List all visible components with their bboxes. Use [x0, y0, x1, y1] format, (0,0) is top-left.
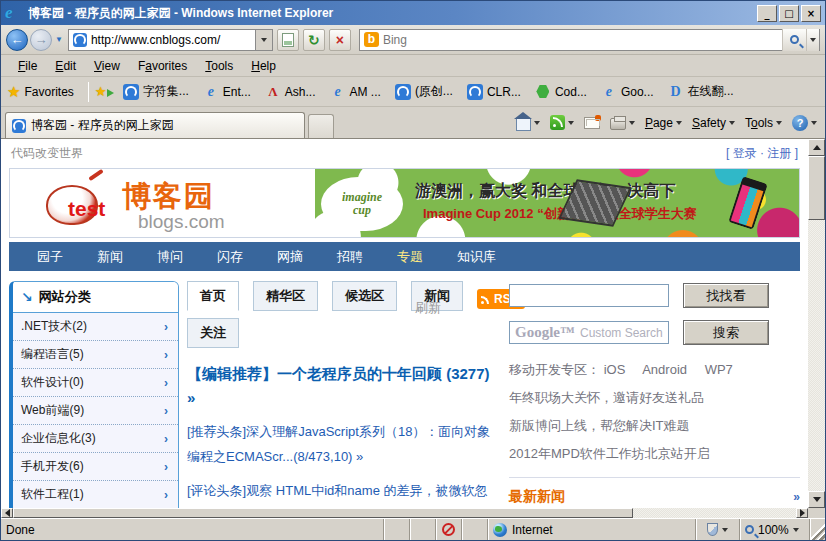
favorite-item[interactable]: eAM ... [330, 84, 381, 100]
find-button[interactable]: 找找看 [683, 283, 769, 308]
favorite-item[interactable]: (原创... [395, 83, 453, 100]
google-search-input[interactable]: Google™ Custom Search [509, 321, 669, 344]
link-ios[interactable]: iOS [604, 362, 626, 377]
protected-mode-pane[interactable] [696, 519, 740, 540]
maximize-button[interactable]: □ [779, 5, 799, 22]
history-dropdown-icon[interactable]: ▼ [55, 35, 63, 44]
scroll-left-button[interactable] [1, 508, 13, 518]
status-pane [410, 519, 436, 540]
read-mail-button[interactable] [580, 114, 604, 132]
category-mobile[interactable]: 手机开发(6)› [13, 453, 178, 481]
tab-candidate[interactable]: 候选区 [332, 281, 397, 311]
horizontal-scrollbar[interactable] [1, 508, 808, 518]
vertical-scrollbar[interactable] [808, 139, 825, 508]
zoom-pane[interactable]: 100% [740, 519, 810, 540]
nav-zhishiku[interactable]: 知识库 [457, 248, 496, 266]
add-to-favorites-bar-icon[interactable]: ★ [95, 84, 113, 100]
favorite-item[interactable]: CLR... [467, 84, 521, 100]
minimize-button[interactable]: _ [757, 5, 777, 22]
tab-bar: 博客园 - 程序员的网上家园 Page Safety Tools ? [1, 107, 825, 138]
nav-news[interactable]: 新闻 [97, 248, 123, 266]
back-button[interactable]: ← [6, 29, 28, 51]
category-engineering[interactable]: 软件工程(1)› [13, 481, 178, 508]
refresh-link[interactable]: 刷新 [415, 299, 441, 317]
menu-favorites[interactable]: Favorites [129, 57, 196, 75]
nav-zhaopin[interactable]: 招聘 [337, 248, 363, 266]
nav-shancun[interactable]: 闪存 [217, 248, 243, 266]
close-button[interactable]: × [801, 5, 821, 22]
bing-logo-icon: b [364, 32, 379, 47]
category-languages[interactable]: 编程语言(5)› [13, 341, 178, 369]
stop-button[interactable]: × [329, 29, 351, 51]
print-button[interactable] [606, 113, 639, 133]
favorites-button[interactable]: Favorites [24, 85, 73, 99]
compatibility-view-button[interactable] [277, 29, 299, 51]
site-search-input[interactable] [509, 284, 669, 307]
notice-link[interactable]: 新版博问上线，帮您解决IT难题 [509, 417, 800, 435]
nav-wangzhai[interactable]: 网摘 [277, 248, 303, 266]
google-search-button[interactable]: 搜索 [683, 320, 769, 345]
more-link[interactable]: » [793, 490, 800, 504]
internet-globe-icon [493, 523, 507, 537]
new-tab-button[interactable] [308, 114, 334, 138]
home-button[interactable] [512, 112, 544, 134]
feeds-button[interactable] [546, 112, 578, 133]
favorite-item[interactable]: eEnt... [203, 84, 251, 100]
search-box[interactable]: b Bing [359, 29, 820, 51]
vertical-scroll-thumb[interactable] [808, 156, 825, 220]
horizontal-scroll-thumb[interactable] [13, 508, 633, 518]
tab-home[interactable]: 首页 [187, 281, 239, 311]
tab-picked[interactable]: 精华区 [253, 281, 318, 311]
menu-edit[interactable]: Edit [46, 57, 85, 75]
favorite-item[interactable]: eGoo... [601, 84, 654, 100]
favorite-item[interactable]: Cod... [535, 84, 587, 100]
menu-help[interactable]: Help [242, 57, 285, 75]
scroll-right-button[interactable] [796, 508, 808, 518]
menu-tools[interactable]: Tools [196, 57, 242, 75]
favorite-item[interactable]: D在线翻... [668, 83, 734, 100]
scroll-down-button[interactable] [808, 491, 825, 508]
collapse-arrow-icon[interactable]: ↘ [21, 289, 33, 305]
refresh-button[interactable]: ↻ [303, 29, 325, 51]
featured-headline[interactable]: 【编辑推荐】一个老程序员的十年回顾 (3277) » [187, 362, 495, 410]
address-bar[interactable] [68, 29, 273, 51]
google-logo: Google™ [510, 324, 575, 341]
nav-bowen[interactable]: 博问 [157, 248, 183, 266]
site-logo[interactable]: test 博客园 blogs.com [10, 169, 315, 237]
favorite-item[interactable]: ΛAsh... [265, 84, 316, 100]
login-register-link[interactable]: [ 登录 · 注册 ] [726, 145, 798, 162]
url-input[interactable] [91, 31, 255, 49]
search-provider-dropdown[interactable] [806, 29, 819, 51]
notice-link[interactable]: 2012年MPD软件工作坊北京站开启 [509, 445, 800, 463]
imagine-cup-logo: imaginecup [321, 177, 403, 231]
help-icon: ? [792, 115, 808, 131]
article-link[interactable]: [推荐头条]深入理解JavaScript系列（18）：面向对象编程之ECMASc… [187, 419, 495, 469]
nav-zhuanti[interactable]: 专题 [397, 248, 423, 266]
scroll-up-button[interactable] [808, 139, 825, 156]
menu-view[interactable]: View [85, 57, 129, 75]
tab-follow[interactable]: 关注 [187, 318, 239, 348]
search-go-button[interactable] [782, 29, 806, 51]
help-button[interactable]: ? [788, 112, 821, 134]
mobile-zone-label: 移动开发专区： [509, 362, 600, 377]
resize-grip[interactable] [810, 519, 825, 540]
category-dotnet[interactable]: .NET技术(2)› [13, 313, 178, 341]
category-design[interactable]: 软件设计(0)› [13, 369, 178, 397]
category-web[interactable]: Web前端(9)› [13, 397, 178, 425]
address-dropdown-button[interactable] [255, 30, 272, 50]
link-wp7[interactable]: WP7 [705, 362, 733, 377]
page-menu-button[interactable]: Page [641, 113, 686, 133]
link-android[interactable]: Android [642, 362, 687, 377]
tab-cnblogs[interactable]: 博客园 - 程序员的网上家园 [5, 112, 305, 138]
safety-menu-button[interactable]: Safety [688, 113, 739, 133]
forward-button[interactable]: → [30, 29, 52, 51]
menu-file[interactable]: File [9, 57, 46, 75]
category-enterprise[interactable]: 企业信息化(3)› [13, 425, 178, 453]
imagine-cup-ad[interactable]: imaginecup 游澳洲，赢大奖 和全球青年一决高下 Imagine Cup… [315, 169, 799, 237]
security-zone-pane[interactable]: Internet [488, 519, 696, 540]
favorite-item[interactable]: 字符集... [123, 83, 189, 100]
tools-menu-button[interactable]: Tools [741, 113, 786, 133]
article-link[interactable]: [评论头条]观察 HTML中id和name 的差异，被微软忽悠过的同学自动举手(… [187, 478, 495, 508]
notice-link[interactable]: 年终职场大关怀，邀请好友送礼品 [509, 389, 800, 407]
nav-yuanzi[interactable]: 园子 [37, 248, 63, 266]
